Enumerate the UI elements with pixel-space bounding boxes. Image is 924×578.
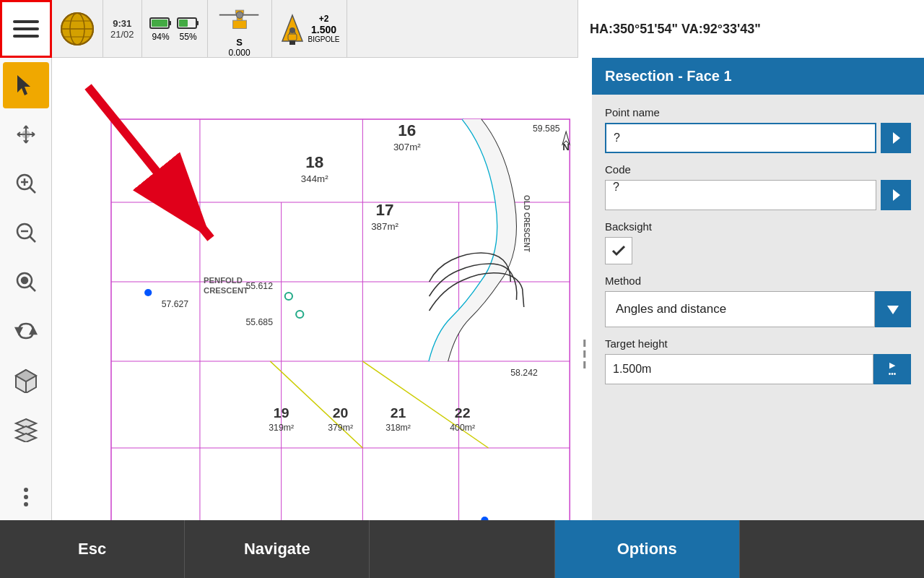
- globe-icon: [59, 11, 95, 47]
- svg-text:19: 19: [274, 405, 289, 420]
- battery1-icon: [149, 16, 173, 30]
- sighting-label: BIGPOLE: [308, 35, 340, 43]
- svg-line-26: [30, 187, 35, 193]
- pan-tool[interactable]: [3, 111, 49, 158]
- svg-rect-2: [13, 35, 39, 38]
- rotate-tool[interactable]: [3, 308, 49, 354]
- panel-header: Resection - Face 1: [592, 58, 924, 95]
- layers-tool[interactable]: [3, 406, 49, 452]
- svg-point-43: [24, 488, 28, 492]
- svg-text:CRESCENT: CRESCENT: [204, 286, 248, 295]
- svg-text:344m²: 344m²: [301, 173, 328, 184]
- svg-text:319m²: 319m²: [269, 423, 294, 433]
- svg-point-19: [236, 11, 243, 17]
- method-dropdown-btn[interactable]: [875, 291, 911, 327]
- battery2-icon: [177, 16, 200, 30]
- target-height-btn[interactable]: ▶ •••: [873, 354, 911, 384]
- backsight-checkbox[interactable]: [605, 237, 632, 264]
- instrument-value: 0.000: [229, 48, 250, 58]
- svg-text:400m²: 400m²: [450, 423, 475, 433]
- svg-rect-13: [196, 21, 199, 25]
- svg-point-44: [24, 495, 28, 499]
- zoom-in-tool[interactable]: [3, 160, 49, 207]
- empty-slot-2: [740, 520, 924, 578]
- target-height-value: 1.500m: [605, 354, 873, 384]
- more-tool[interactable]: [3, 473, 49, 519]
- svg-point-34: [22, 277, 27, 283]
- svg-text:N: N: [562, 142, 570, 152]
- svg-text:16: 16: [398, 121, 416, 139]
- svg-line-30: [30, 236, 35, 242]
- globe-item[interactable]: [52, 0, 103, 58]
- svg-text:387m²: 387m²: [371, 221, 398, 232]
- instrument-icon: [218, 0, 261, 34]
- svg-text:379m²: 379m²: [328, 423, 353, 433]
- svg-text:318m²: 318m²: [385, 423, 411, 433]
- bottom-bar: Esc Navigate Options: [0, 520, 924, 578]
- code-label: Code: [605, 163, 911, 176]
- svg-rect-10: [169, 21, 171, 25]
- point-name-next-btn[interactable]: [881, 123, 911, 153]
- battery-item: 94% 55%: [142, 0, 208, 58]
- backsight-label: Backsight: [605, 220, 911, 233]
- empty-slot-1: [370, 520, 554, 578]
- date-display: 21/02: [110, 29, 134, 40]
- zoom-out-tool[interactable]: [3, 210, 49, 256]
- point-name-label: Point name: [605, 106, 911, 118]
- svg-marker-104: [893, 189, 900, 201]
- svg-text:55.612: 55.612: [245, 281, 273, 291]
- battery2-value: 55%: [180, 32, 197, 42]
- right-panel: Resection - Face 1 Point name Code ?: [592, 58, 924, 520]
- svg-text:22: 22: [455, 405, 471, 420]
- time-display: 9:31: [113, 18, 131, 29]
- svg-text:20: 20: [333, 405, 349, 420]
- svg-text:PENFOLD: PENFOLD: [204, 276, 243, 285]
- svg-text:17: 17: [376, 201, 394, 219]
- svg-marker-42: [16, 434, 36, 442]
- time-item: 9:31 21/02: [103, 0, 142, 58]
- svg-rect-14: [179, 20, 188, 27]
- cube-tool[interactable]: [3, 357, 49, 403]
- map-area[interactable]: 16 307m² 18 344m² 17 387m² 19 319m² 20 3…: [52, 58, 592, 520]
- svg-marker-103: [893, 132, 900, 144]
- svg-rect-0: [13, 20, 39, 23]
- ha-va-display: HA:350°51'54" VA:92°33'43": [578, 0, 924, 58]
- instrument-item: S 0.000: [208, 0, 272, 58]
- point-name-input[interactable]: [605, 123, 876, 153]
- code-value: ?: [605, 180, 876, 210]
- svg-marker-36: [30, 328, 36, 334]
- sighting-value: 1.500: [311, 24, 336, 35]
- esc-button[interactable]: Esc: [0, 520, 185, 578]
- svg-text:59.585: 59.585: [533, 124, 560, 134]
- zoom-fit-tool[interactable]: [3, 259, 49, 305]
- svg-text:21: 21: [391, 405, 406, 420]
- options-button[interactable]: Options: [555, 520, 740, 578]
- svg-text:55.685: 55.685: [245, 317, 273, 327]
- point-name-field: Point name: [605, 106, 911, 153]
- method-field: Method Angles and distance: [605, 275, 911, 327]
- svg-point-58: [144, 289, 152, 296]
- svg-rect-11: [152, 20, 167, 27]
- svg-rect-1: [13, 27, 39, 30]
- code-next-btn[interactable]: [881, 180, 911, 210]
- navigate-button[interactable]: Navigate: [185, 520, 370, 578]
- target-height-field: Target height 1.500m ▶ •••: [605, 337, 911, 384]
- menu-button[interactable]: [0, 0, 52, 58]
- prism-icon: [279, 12, 305, 46]
- method-value: Angles and distance: [605, 291, 875, 327]
- select-tool[interactable]: [3, 62, 49, 108]
- left-toolbar: [0, 58, 52, 520]
- backsight-field: Backsight: [605, 220, 911, 264]
- panel-title: Resection - Face 1: [605, 68, 732, 84]
- battery1-value: 94%: [152, 32, 170, 42]
- ha-va-text: HA:350°51'54" VA:92°33'43": [590, 22, 761, 37]
- instrument-s: S: [236, 37, 243, 48]
- svg-line-33: [30, 285, 35, 291]
- svg-marker-24: [17, 75, 30, 95]
- code-field: Code ?: [605, 163, 911, 210]
- sighting-item: +2 1.500 BIGPOLE: [272, 0, 348, 58]
- svg-rect-46: [52, 58, 592, 520]
- svg-rect-23: [288, 34, 297, 40]
- svg-text:OLD CRESCENT: OLD CRESCENT: [523, 195, 531, 253]
- svg-text:307m²: 307m²: [393, 142, 421, 152]
